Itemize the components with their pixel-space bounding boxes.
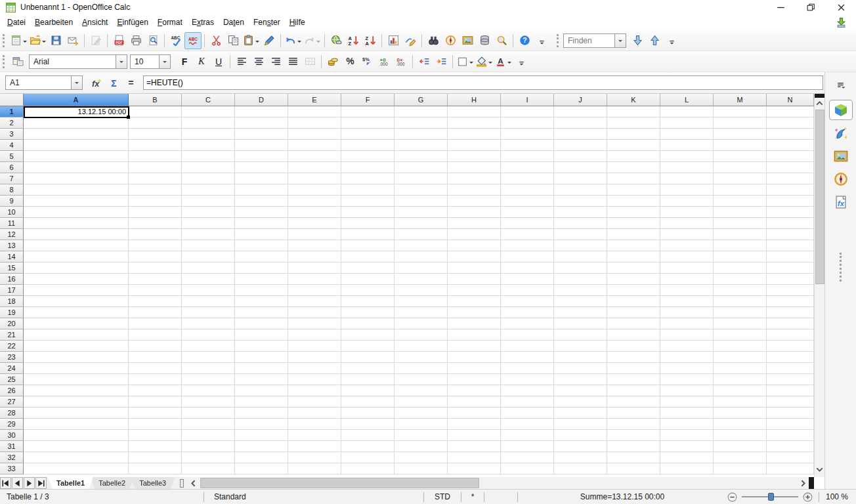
cell-M22[interactable] xyxy=(714,341,767,352)
cell-E22[interactable] xyxy=(288,341,341,352)
cell-L29[interactable] xyxy=(660,419,714,430)
cell-D4[interactable] xyxy=(235,140,288,151)
cell-A6[interactable] xyxy=(24,162,129,173)
cell-D22[interactable] xyxy=(235,341,288,352)
cell-A18[interactable] xyxy=(24,296,129,307)
cell-A27[interactable] xyxy=(24,396,129,408)
cell-B3[interactable] xyxy=(129,129,182,140)
cell-H21[interactable] xyxy=(448,329,501,341)
cell-D8[interactable] xyxy=(235,184,288,196)
cell-N13[interactable] xyxy=(767,240,814,251)
cell-J17[interactable] xyxy=(554,285,607,296)
cell-M23[interactable] xyxy=(714,352,767,363)
cell-M18[interactable] xyxy=(714,296,767,307)
cell-I21[interactable] xyxy=(501,329,554,341)
cell-E28[interactable] xyxy=(288,408,341,419)
cell-J15[interactable] xyxy=(554,262,607,274)
cell-J6[interactable] xyxy=(554,162,607,173)
cell-L24[interactable] xyxy=(660,363,714,374)
cell-G1[interactable] xyxy=(395,106,448,117)
cell-F17[interactable] xyxy=(341,285,395,296)
cell-G15[interactable] xyxy=(395,262,448,274)
cell-G28[interactable] xyxy=(395,408,448,419)
cell-D32[interactable] xyxy=(235,452,288,463)
cell-K10[interactable] xyxy=(607,207,660,218)
cell-A5[interactable] xyxy=(24,151,129,162)
cell-C26[interactable] xyxy=(182,385,235,396)
cell-F13[interactable] xyxy=(341,240,395,251)
cell-J11[interactable] xyxy=(554,218,607,229)
cell-N28[interactable] xyxy=(767,408,814,419)
column-header-C[interactable]: C xyxy=(182,94,235,106)
cell-A12[interactable] xyxy=(24,229,129,240)
cell-M21[interactable] xyxy=(714,329,767,341)
cell-J9[interactable] xyxy=(554,196,607,207)
background-color-button[interactable] xyxy=(475,53,494,70)
cell-H17[interactable] xyxy=(448,285,501,296)
navigator-button[interactable] xyxy=(442,32,459,49)
cell-N20[interactable] xyxy=(767,318,814,329)
row-header-9[interactable]: 9 xyxy=(0,196,24,207)
cell-J18[interactable] xyxy=(554,296,607,307)
menu-item-fenster[interactable]: Fenster xyxy=(249,16,285,29)
select-all-corner[interactable] xyxy=(0,94,24,106)
cell-A9[interactable] xyxy=(24,196,129,207)
cell-F25[interactable] xyxy=(341,374,395,385)
cell-G24[interactable] xyxy=(395,363,448,374)
cell-E5[interactable] xyxy=(288,151,341,162)
cell-J27[interactable] xyxy=(554,396,607,408)
cell-A15[interactable] xyxy=(24,262,129,274)
cell-A33[interactable] xyxy=(24,463,129,474)
cell-G30[interactable] xyxy=(395,430,448,441)
row-header-13[interactable]: 13 xyxy=(0,240,24,251)
cell-L21[interactable] xyxy=(660,329,714,341)
cell-N12[interactable] xyxy=(767,229,814,240)
cell-M1[interactable] xyxy=(714,106,767,117)
cell-L33[interactable] xyxy=(660,463,714,474)
cell-B23[interactable] xyxy=(129,352,182,363)
cell-N32[interactable] xyxy=(767,452,814,463)
cell-L9[interactable] xyxy=(660,196,714,207)
row-header-3[interactable]: 3 xyxy=(0,129,24,140)
cell-C15[interactable] xyxy=(182,262,235,274)
cell-L23[interactable] xyxy=(660,352,714,363)
cell-M20[interactable] xyxy=(714,318,767,329)
column-header-A[interactable]: A xyxy=(24,94,129,106)
cell-E26[interactable] xyxy=(288,385,341,396)
cell-H22[interactable] xyxy=(448,341,501,352)
cell-E32[interactable] xyxy=(288,452,341,463)
cell-I27[interactable] xyxy=(501,396,554,408)
cell-I4[interactable] xyxy=(501,140,554,151)
cell-M12[interactable] xyxy=(714,229,767,240)
cell-M14[interactable] xyxy=(714,251,767,262)
cell-M8[interactable] xyxy=(714,184,767,196)
cell-F26[interactable] xyxy=(341,385,395,396)
column-header-K[interactable]: K xyxy=(607,94,660,106)
cell-M2[interactable] xyxy=(714,117,767,129)
menu-item-ansicht[interactable]: Ansicht xyxy=(77,16,112,29)
cell-C16[interactable] xyxy=(182,274,235,285)
cell-I25[interactable] xyxy=(501,374,554,385)
cell-L19[interactable] xyxy=(660,307,714,318)
cell-G16[interactable] xyxy=(395,274,448,285)
copy-button[interactable] xyxy=(225,32,242,49)
cell-C30[interactable] xyxy=(182,430,235,441)
row-header-31[interactable]: 31 xyxy=(0,441,24,452)
cell-N2[interactable] xyxy=(767,117,814,129)
cell-H7[interactable] xyxy=(448,173,501,184)
cell-F16[interactable] xyxy=(341,274,395,285)
cell-D30[interactable] xyxy=(235,430,288,441)
cell-K15[interactable] xyxy=(607,262,660,274)
cell-H4[interactable] xyxy=(448,140,501,151)
cell-L26[interactable] xyxy=(660,385,714,396)
cell-D11[interactable] xyxy=(235,218,288,229)
cell-K30[interactable] xyxy=(607,430,660,441)
cell-E15[interactable] xyxy=(288,262,341,274)
find-dropdown-button[interactable] xyxy=(614,34,626,47)
cell-I30[interactable] xyxy=(501,430,554,441)
selection-mode[interactable]: STD xyxy=(424,492,461,501)
cell-J12[interactable] xyxy=(554,229,607,240)
delete-decimal-button[interactable]: 0×.000 xyxy=(393,53,410,70)
cell-F2[interactable] xyxy=(341,117,395,129)
name-box[interactable]: A1 xyxy=(5,75,83,90)
